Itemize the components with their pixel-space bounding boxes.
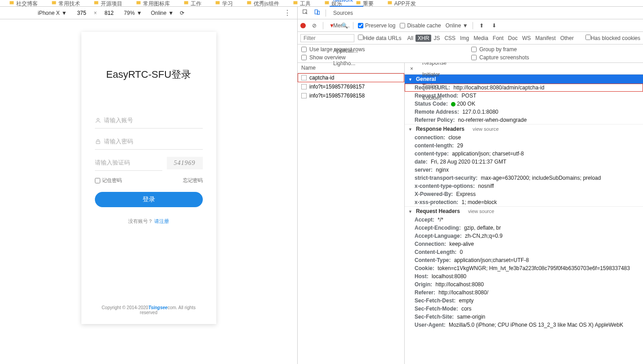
view-source-link[interactable]: view source [473,126,499,132]
header-row: Status Code: 200 OK [405,100,643,108]
large-rows-checkbox[interactable]: Use large request rows [301,46,469,53]
signup-row: 没有账号？ 请注册 [95,218,203,225]
filter-type[interactable]: Img [458,35,471,42]
blocked-cookies-checkbox[interactable]: Has blocked cookies [585,35,640,41]
request-detail: × HeadersPreviewResponseInitiatorTimingC… [405,63,643,364]
bookmark-item[interactable]: 常用技术 [51,0,80,6]
device-select[interactable]: iPhone X ▼ [35,10,70,16]
filter-icon[interactable]: ▼ [328,22,336,29]
show-overview-checkbox[interactable]: Show overview [301,54,469,61]
bookmark-item[interactable]: 社交博客 [9,0,38,6]
zoom-select[interactable]: 79% ▼ [121,10,145,16]
dim-separator: × [94,10,97,16]
clear-icon[interactable]: ⊘ [310,22,318,29]
bookmark-item[interactable]: 优秀js组件 [246,0,279,6]
devtools-tabs: Eleme...Cons...Performa...NetworkSources… [298,7,643,19]
network-controls: ⊘ ▼ 🔍 Preserve log Disable cache Online … [298,19,643,32]
bookmark-item[interactable]: 学习 [215,0,233,6]
preserve-log-checkbox[interactable]: Preserve log [358,22,395,29]
request-row[interactable]: captcha-id [298,73,404,82]
download-icon[interactable]: ⬇ [490,22,498,29]
request-row[interactable]: info?t=1598577698158 [298,91,404,100]
bookmarks-bar: 社交博客常用技术开源项目常用图标库工作学习优秀js组件工具娱乐重要APP开发 [0,0,643,6]
filter-bar: Hide data URLs AllXHRJSCSSImgMediaFontDo… [298,32,643,44]
header-row: Referer: http://localhost:8080/ [405,289,643,297]
inspect-icon[interactable] [300,9,310,17]
filter-type[interactable]: Other [558,35,576,42]
header-row: Content-Length: 0 [405,248,643,256]
online-select[interactable]: Online ▼ [446,22,468,29]
svg-point-0 [97,118,99,120]
view-source-link[interactable]: view source [468,209,494,214]
bookmark-item[interactable]: 工作 [183,0,201,6]
filter-type[interactable]: WS [520,35,533,42]
header-row: server: nginx [405,166,643,174]
hide-data-urls-checkbox[interactable]: Hide data URLs [358,35,402,41]
username-input[interactable]: 请输入账号 [95,113,203,129]
filter-type[interactable]: JS [431,35,442,42]
bookmark-item[interactable]: 工具 [293,0,311,6]
header-row: Accept-Encoding: gzip, deflate, br [405,224,643,232]
request-list-header: Name [298,63,404,73]
group-frame-checkbox[interactable]: Group by frame [471,46,639,53]
device-width-input[interactable] [73,10,90,16]
filter-type[interactable]: All [405,35,415,42]
device-panel: iPhone X ▼ × 79% ▼ Online ▼ ⟳ ⋮ EasyRTC-… [0,7,298,364]
header-row: Content-Type: application/json;charset=U… [405,256,643,264]
captcha-image[interactable]: 541969 [167,157,203,169]
header-row: Sec-Fetch-Mode: cors [405,305,643,313]
header-row: Connection: keep-alive [405,240,643,248]
request-row[interactable]: info?t=1598577698157 [298,82,404,91]
section-request[interactable]: Request Headersview source [405,206,643,216]
register-link[interactable]: 请注册 [154,218,169,224]
forgot-link[interactable]: 忘记密码 [183,177,203,184]
filter-type[interactable]: XHR [415,35,431,42]
user-icon [95,117,101,124]
devtools-tab[interactable]: Sources [330,7,363,19]
header-row: Referrer Policy: no-referrer-when-downgr… [405,116,643,124]
search-icon[interactable]: 🔍 [340,22,348,29]
header-row: Request URL: http://localhost:8080/admin… [405,84,643,92]
detail-tabs: × HeadersPreviewResponseInitiatorTimingC… [405,63,643,75]
bookmark-item[interactable]: APP开发 [387,0,416,6]
header-row: content-length: 29 [405,142,643,150]
filter-type[interactable]: CSS [442,35,458,42]
throttle-select[interactable]: Online ▼ [148,10,177,16]
login-button[interactable]: 登录 [95,192,203,207]
upload-icon[interactable]: ⬆ [478,22,486,29]
capture-screenshots-checkbox[interactable]: Capture screenshots [471,54,639,61]
disable-cache-checkbox[interactable]: Disable cache [400,22,441,29]
device-height-input[interactable] [101,10,118,16]
device-toolbar: iPhone X ▼ × 79% ▼ Online ▼ ⟳ ⋮ [0,7,297,19]
devtools-tab[interactable]: Network [330,0,363,7]
header-row: strict-transport-security: max-age=63072… [405,174,643,182]
section-response[interactable]: Response Headersview source [405,124,643,133]
request-type-icon [301,75,307,80]
filter-input[interactable] [300,34,354,42]
header-row: x-content-type-options: nosniff [405,182,643,190]
rotate-icon[interactable]: ⟳ [180,10,184,16]
header-row: Sec-Fetch-Dest: empty [405,297,643,305]
record-button[interactable] [300,23,306,28]
remember-checkbox[interactable]: 记住密码 [95,177,122,184]
header-row: connection: close [405,133,643,142]
lock-icon [95,138,101,145]
password-input[interactable]: 请输入密码 [95,134,203,150]
filter-type[interactable]: Media [471,35,491,42]
copyright: Copyright © 2014-2020Tsingseecom. All ri… [95,305,203,315]
close-detail-icon[interactable]: × [406,66,417,72]
captcha-input[interactable]: 请输入验证码 [95,155,162,171]
filter-type[interactable]: Doc [506,35,520,42]
header-row: Cookie: token=c1VkgWNGR; Hm_lvt_fe3b7a22… [405,264,643,272]
header-row: Accept: */* [405,216,643,224]
header-row: User-Agent: Mozilla/5.0 (iPhone; CPU iPh… [405,321,643,329]
header-row: X-Powered-By: Express [405,190,643,198]
filter-type[interactable]: Manifest [533,35,558,42]
detail-tab[interactable]: Response [418,63,451,69]
device-mode-icon[interactable] [312,9,322,17]
header-row: Accept-Language: zh-CN,zh;q=0.9 [405,232,643,240]
filter-type[interactable]: Font [491,35,506,42]
device-menu-icon[interactable]: ⋮ [282,9,293,17]
bookmark-item[interactable]: 常用图标库 [136,0,170,6]
bookmark-item[interactable]: 开源项目 [94,0,122,6]
